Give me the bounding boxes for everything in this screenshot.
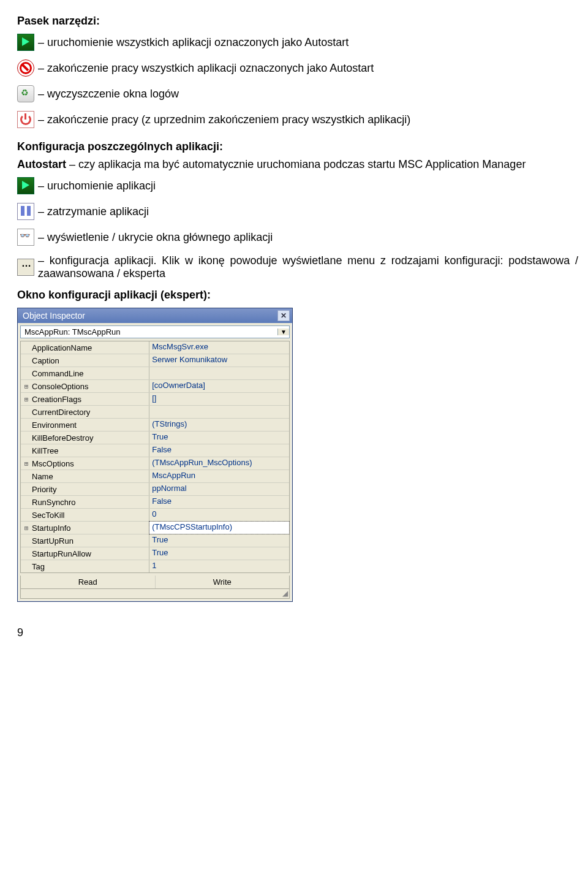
- property-label: Priority: [32, 485, 56, 494]
- config-expert-heading: Okno konfiguracji aplikacji (ekspert):: [17, 289, 578, 302]
- property-name: CommandLine: [21, 367, 149, 379]
- property-value[interactable]: ppNormal: [149, 483, 289, 495]
- row-shutdown: – zakończenie pracy (z uprzednim zakończ…: [17, 111, 578, 128]
- expand-icon[interactable]: ⊞: [22, 395, 31, 403]
- property-value[interactable]: True: [149, 547, 289, 560]
- autostart-rest: – czy aplikacja ma być automatycznie uru…: [69, 158, 526, 170]
- property-label: Caption: [32, 356, 59, 365]
- property-row[interactable]: ⊞StartupInfo(TMscCPSStartupInfo): [21, 522, 289, 534]
- property-row[interactable]: CurrentDirectory: [21, 406, 289, 419]
- property-row[interactable]: Environment(TStrings): [21, 419, 289, 431]
- property-label: Environment: [32, 420, 77, 430]
- property-name: StartUpRun: [21, 534, 149, 547]
- property-name: SecToKill: [21, 509, 149, 521]
- property-label: ConsoleOptions: [32, 382, 89, 391]
- property-value[interactable]: (TMscAppRun_MscOptions): [149, 457, 289, 470]
- property-row[interactable]: KillTreeFalse: [21, 444, 289, 457]
- toolbar-heading: Pasek narzędzi:: [17, 15, 578, 28]
- resize-grip-icon[interactable]: ◢: [20, 589, 290, 599]
- property-name: StartupRunAllow: [21, 547, 149, 560]
- object-inspector-tabs: Read Write: [20, 576, 290, 589]
- property-label: CommandLine: [32, 369, 84, 378]
- property-row[interactable]: ⊞MscOptions(TMscAppRun_MscOptions): [21, 457, 289, 470]
- expand-icon[interactable]: ⊞: [22, 524, 31, 532]
- property-value[interactable]: 1: [149, 560, 289, 572]
- config-heading: Konfiguracja poszczególnych aplikacji:: [17, 140, 578, 153]
- page-number: 9: [17, 626, 578, 639]
- autostart-para: Autostart – czy aplikacja ma być automat…: [17, 158, 578, 171]
- dropdown-text: MscAppRun: TMscAppRun: [21, 326, 277, 338]
- property-name: Tag: [21, 560, 149, 572]
- property-value[interactable]: [coOwnerData]: [149, 380, 289, 392]
- property-name: KillBeforeDestroy: [21, 431, 149, 444]
- row-config-app: – konfiguracja aplikacji. Klik w ikonę p…: [17, 254, 578, 280]
- property-name: ApplicationName: [21, 341, 149, 354]
- property-value[interactable]: (TStrings): [149, 419, 289, 431]
- object-inspector-dropdown[interactable]: MscAppRun: TMscAppRun ▼: [20, 325, 290, 338]
- property-value[interactable]: 0: [149, 509, 289, 521]
- property-value[interactable]: Serwer Komunikatow: [149, 354, 289, 367]
- trash-icon: [17, 85, 34, 102]
- play-icon: [17, 177, 34, 194]
- property-value[interactable]: [149, 406, 289, 418]
- tab-read[interactable]: Read: [21, 576, 156, 588]
- property-row[interactable]: StartupRunAllowTrue: [21, 547, 289, 560]
- clear-logs-text: – wyczyszczenie okna logów: [38, 88, 578, 101]
- property-row[interactable]: CaptionSerwer Komunikatow: [21, 354, 289, 367]
- run-app-text: – uruchomienie aplikacji: [38, 180, 578, 192]
- property-label: StartupInfo: [32, 523, 71, 533]
- property-row[interactable]: Tag1: [21, 560, 289, 572]
- row-run-app: – uruchomienie aplikacji: [17, 177, 578, 194]
- property-label: CreationFlags: [32, 395, 81, 404]
- close-icon[interactable]: ✕: [277, 310, 290, 321]
- property-label: StartUpRun: [32, 536, 74, 546]
- property-row[interactable]: RunSynchroFalse: [21, 496, 289, 509]
- property-name: Caption: [21, 354, 149, 367]
- property-value[interactable]: True: [149, 431, 289, 444]
- property-label: KillBeforeDestroy: [32, 433, 93, 443]
- property-row[interactable]: ⊞ConsoleOptions[coOwnerData]: [21, 380, 289, 393]
- property-name: ⊞StartupInfo: [21, 522, 149, 534]
- property-name: Priority: [21, 483, 149, 495]
- property-label: StartupRunAllow: [32, 549, 91, 558]
- property-label: ApplicationName: [32, 343, 92, 352]
- property-row[interactable]: ⊞CreationFlags[]: [21, 393, 289, 406]
- row-show-hide: – wyświetlenie / ukrycie okna głównego a…: [17, 229, 578, 246]
- property-row[interactable]: SecToKill0: [21, 509, 289, 522]
- chevron-down-icon[interactable]: ▼: [277, 329, 289, 335]
- property-label: KillTree: [32, 446, 59, 455]
- property-row[interactable]: ApplicationNameMscMsgSvr.exe: [21, 341, 289, 354]
- shutdown-text: – zakończenie pracy (z uprzednim zakończ…: [38, 113, 578, 126]
- run-all-text: – uruchomienie wszystkich aplikacji ozna…: [38, 36, 578, 49]
- property-row[interactable]: StartUpRunTrue: [21, 534, 289, 547]
- property-label: SecToKill: [32, 511, 64, 520]
- property-name: RunSynchro: [21, 496, 149, 508]
- property-name: ⊞CreationFlags: [21, 393, 149, 405]
- expand-icon[interactable]: ⊞: [22, 460, 31, 468]
- property-value[interactable]: False: [149, 496, 289, 508]
- tab-write[interactable]: Write: [156, 576, 290, 588]
- property-value[interactable]: [149, 367, 289, 379]
- property-value[interactable]: MscMsgSvr.exe: [149, 341, 289, 354]
- property-value[interactable]: (TMscCPSStartupInfo): [149, 522, 289, 534]
- pause-icon: [17, 203, 34, 220]
- property-label: RunSynchro: [32, 498, 76, 507]
- property-row[interactable]: KillBeforeDestroyTrue: [21, 431, 289, 444]
- row-stop-all: – zakończenie pracy wszystkich aplikacji…: [17, 59, 578, 77]
- property-name: ⊞MscOptions: [21, 457, 149, 470]
- object-inspector-grid[interactable]: ApplicationNameMscMsgSvr.exeCaptionSerwe…: [20, 341, 290, 573]
- property-row[interactable]: PriorityppNormal: [21, 483, 289, 496]
- property-name: Environment: [21, 419, 149, 431]
- pause-app-text: – zatrzymanie aplikacji: [38, 205, 578, 218]
- property-row[interactable]: CommandLine: [21, 367, 289, 380]
- ellipsis-icon: [17, 259, 34, 276]
- power-icon: [17, 111, 34, 128]
- property-value[interactable]: []: [149, 393, 289, 405]
- property-label: Tag: [32, 562, 45, 571]
- property-value[interactable]: MscAppRun: [149, 470, 289, 482]
- property-row[interactable]: NameMscAppRun: [21, 470, 289, 483]
- property-label: Name: [32, 472, 53, 481]
- property-value[interactable]: False: [149, 444, 289, 457]
- property-value[interactable]: True: [149, 534, 289, 547]
- expand-icon[interactable]: ⊞: [22, 382, 31, 390]
